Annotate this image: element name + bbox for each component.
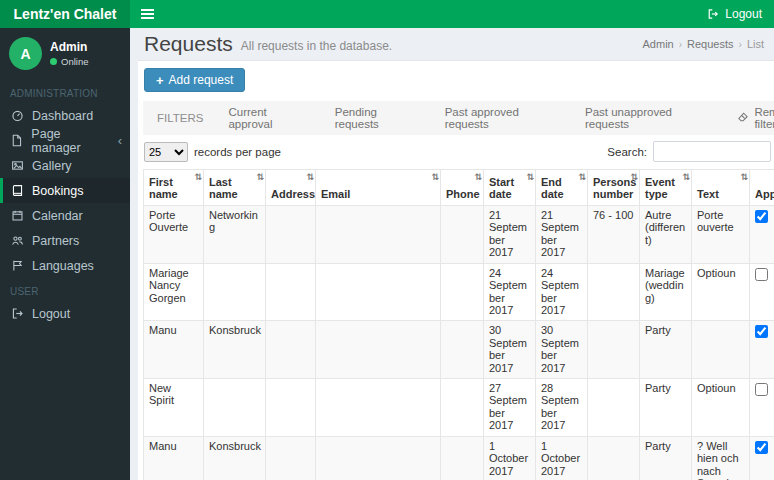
column-header[interactable]: ⇅Approved (750, 170, 774, 206)
search-input[interactable] (653, 141, 771, 162)
filter-item[interactable]: Current approval (228, 106, 309, 130)
column-header[interactable]: ⇅Phone (441, 170, 484, 206)
approved-checkbox[interactable] (755, 441, 768, 454)
column-header-label: End date (541, 176, 564, 200)
sidebar-item-gallery[interactable]: Gallery (0, 153, 130, 178)
sidebar-item-languages[interactable]: Languages (0, 253, 130, 278)
dashboard-icon (10, 109, 24, 122)
approved-checkbox[interactable] (755, 383, 768, 396)
filter-item[interactable]: Pending requests (335, 106, 420, 130)
table-cell: 28 September 2017 (536, 379, 588, 437)
flag-icon (10, 259, 24, 272)
table-cell: 21 September 2017 (484, 206, 536, 264)
approved-checkbox[interactable] (755, 268, 768, 281)
approved-checkbox[interactable] (755, 210, 768, 223)
filter-item[interactable]: Past unapproved requests (585, 106, 712, 130)
sidebar-item-calendar[interactable]: Calendar (0, 203, 130, 228)
sort-icon: ⇅ (431, 172, 438, 182)
main-layout: A Admin Online ADMINISTRATIONDashboardPa… (0, 28, 774, 480)
column-header[interactable]: ⇅Email (316, 170, 441, 206)
sidebar-item-bookings[interactable]: Bookings (0, 178, 130, 203)
calendar-icon (10, 209, 24, 222)
table-cell: Optioun (692, 379, 750, 437)
users-icon (10, 234, 24, 247)
table-cell: Konsbruck (204, 436, 266, 480)
table-cell: 21 September 2017 (536, 206, 588, 264)
sidebar-item-label: Gallery (32, 159, 72, 173)
sidebar-item-label: Languages (32, 259, 94, 273)
add-request-button[interactable]: + Add request (144, 68, 245, 92)
content-area: Requests All requests in the database. A… (130, 28, 774, 480)
approved-cell (750, 263, 774, 321)
eraser-icon (737, 111, 749, 125)
sort-icon: ⇅ (740, 172, 747, 182)
avatar: A (9, 37, 42, 70)
sidebar-item-logout[interactable]: Logout (0, 301, 130, 326)
table-cell (588, 263, 640, 321)
table-cell: Party (640, 379, 692, 437)
page-title: Requests (144, 32, 233, 56)
table-row: ManuKonsbruck30 September 201730 Septemb… (144, 321, 774, 379)
approved-cell (750, 206, 774, 264)
sidebar-item-label: Page manager (31, 127, 109, 155)
hamburger-icon (141, 9, 154, 19)
table-cell (316, 436, 441, 480)
column-header[interactable]: ⇅Event type (640, 170, 692, 206)
brand-logo[interactable]: Lentz'en Chalet (0, 0, 130, 28)
column-header-label: Phone (446, 188, 480, 200)
user-status: Online (50, 56, 88, 67)
logout-icon (10, 307, 24, 320)
navbar-logout-label: Logout (725, 7, 762, 21)
breadcrumb-item[interactable]: Admin (643, 38, 674, 50)
table-cell (692, 321, 750, 379)
sidebar-item-partners[interactable]: Partners (0, 228, 130, 253)
sidebar-item-dashboard[interactable]: Dashboard (0, 103, 130, 128)
table-cell: Party (640, 436, 692, 480)
table-cell (588, 321, 640, 379)
sort-icon: ⇅ (682, 172, 689, 182)
table-header-row: ⇅First name⇅Last name⇅Address⇅Email⇅Phon… (144, 170, 774, 206)
table-cell (441, 321, 484, 379)
column-header[interactable]: ⇅First name (144, 170, 204, 206)
column-header[interactable]: ⇅Last name (204, 170, 266, 206)
online-status-dot (50, 58, 57, 65)
breadcrumb-separator: › (739, 39, 742, 50)
sort-icon: ⇅ (630, 172, 637, 182)
file-icon (10, 134, 23, 147)
filter-bar: FILTERS Current approvalPending requests… (143, 101, 774, 135)
sidebar-item-page-manager[interactable]: Page manager‹ (0, 128, 130, 153)
plus-icon: + (156, 74, 164, 87)
logout-icon (707, 8, 719, 20)
table-cell (266, 321, 316, 379)
column-header[interactable]: ⇅End date (536, 170, 588, 206)
table-cell: 30 September 2017 (484, 321, 536, 379)
approved-checkbox[interactable] (755, 325, 768, 338)
filter-item[interactable]: Past approved requests (445, 106, 560, 130)
sort-icon: ⇅ (256, 172, 263, 182)
navbar-logout-button[interactable]: Logout (695, 0, 774, 28)
admin-panel-screen: Lentz'en Chalet Logout A Admin Onlin (0, 0, 774, 480)
chevron-left-icon: ‹ (118, 134, 122, 147)
column-header[interactable]: ⇅Text (692, 170, 750, 206)
column-header[interactable]: ⇅Persons number (588, 170, 640, 206)
table-cell: 1 October 2017 (536, 436, 588, 480)
sidebar-toggle-button[interactable] (130, 0, 164, 28)
remove-filters-label: Remove filters (754, 106, 774, 130)
column-header-label: Last name (209, 176, 238, 200)
table-cell (266, 206, 316, 264)
remove-filters-button[interactable]: Remove filters (737, 106, 774, 130)
column-header-label: First name (149, 176, 178, 200)
user-name: Admin (50, 40, 88, 56)
table-row: ManuKonsbruck1 October 20171 October 201… (144, 436, 774, 480)
column-header[interactable]: ⇅Start date (484, 170, 536, 206)
breadcrumb-item[interactable]: Requests (687, 38, 733, 50)
page-size-select[interactable]: 25 (144, 142, 188, 162)
table-cell (266, 436, 316, 480)
table-cell: Party (640, 321, 692, 379)
sidebar: A Admin Online ADMINISTRATIONDashboardPa… (0, 28, 130, 480)
requests-table-body: Porte OuverteNetworking21 September 2017… (144, 206, 774, 480)
table-cell (441, 379, 484, 437)
column-header[interactable]: ⇅Address (266, 170, 316, 206)
column-header-label: Address (271, 188, 315, 200)
approved-cell (750, 379, 774, 437)
